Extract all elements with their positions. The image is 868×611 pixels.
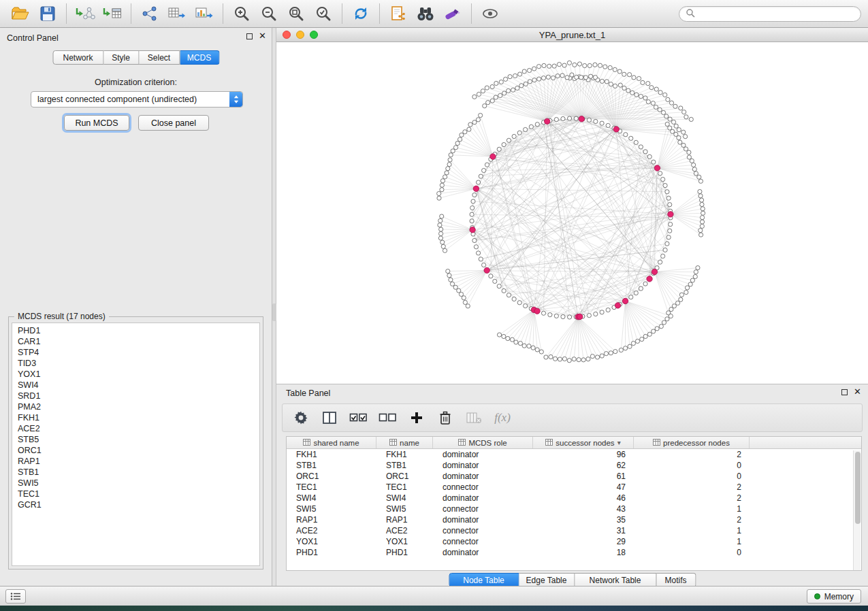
tab-edge-table[interactable]: Edge Table xyxy=(519,573,575,587)
search-binoculars-icon[interactable] xyxy=(412,3,439,24)
import-network-from-file-icon[interactable] xyxy=(71,3,99,24)
table-cell: SWI5 xyxy=(287,504,376,514)
show-hide-eye-icon[interactable] xyxy=(477,3,504,24)
mcds-result-item[interactable]: ACE2 xyxy=(12,423,259,434)
application-window: Control Panel ✕ NetworkStyleSelectMCDS O… xyxy=(0,0,868,606)
column-header-MCDS-role[interactable]: MCDS role xyxy=(433,437,533,448)
table-header-row: shared namenameMCDS rolesuccessor nodes▾… xyxy=(287,437,861,449)
column-header-shared-name[interactable]: shared name xyxy=(287,437,376,448)
table-row[interactable]: RAP1RAP1dominator352 xyxy=(287,514,861,525)
table-cell: PHD1 xyxy=(376,548,433,557)
table-row[interactable]: SWI5SWI5connector431 xyxy=(287,503,861,514)
node-table: shared namenameMCDS rolesuccessor nodes▾… xyxy=(286,436,862,571)
table-row[interactable]: ORC1ORC1dominator610 xyxy=(287,471,861,482)
column-header-predecessor-nodes[interactable]: predecessor nodes xyxy=(634,437,750,448)
table-scrollbar[interactable] xyxy=(853,450,861,570)
table-cell: RAP1 xyxy=(287,515,376,525)
maximize-window-icon[interactable] xyxy=(310,31,318,39)
tab-select[interactable]: Select xyxy=(139,50,180,65)
table-row[interactable]: STB1STB1dominator620 xyxy=(287,460,861,471)
table-row[interactable]: FKH1FKH1dominator962 xyxy=(287,449,861,460)
table-row[interactable]: SWI4SWI4dominator462 xyxy=(287,493,861,503)
select-all-icon[interactable] xyxy=(349,408,368,428)
float-table-panel-icon[interactable] xyxy=(841,389,848,395)
table-row[interactable]: TEC1TEC1connector472 xyxy=(287,482,861,493)
tab-style[interactable]: Style xyxy=(103,50,139,65)
close-panel-icon[interactable]: ✕ xyxy=(259,33,266,39)
share-document-icon[interactable] xyxy=(385,3,412,24)
tab-motifs[interactable]: Motifs xyxy=(656,573,696,587)
tab-node-table[interactable]: Node Table xyxy=(449,573,519,587)
table-cell: 2 xyxy=(634,482,750,492)
mcds-result-list[interactable]: PHD1CAR1STP4TID3YOX1SWI4SRD1PMA2FKH1ACE2… xyxy=(12,323,260,566)
network-window-titlebar: YPA_prune.txt_1 xyxy=(276,28,868,42)
settings-gear-icon[interactable] xyxy=(292,408,310,428)
add-row-icon[interactable] xyxy=(408,408,425,428)
mcds-result-item[interactable]: SWI4 xyxy=(12,380,259,391)
run-mcds-button[interactable]: Run MCDS xyxy=(64,115,129,131)
search-box[interactable] xyxy=(679,6,861,22)
optimization-criterion-label: Optimization criterion: xyxy=(0,78,272,87)
close-window-icon[interactable] xyxy=(283,31,291,39)
zoom-out-icon[interactable] xyxy=(255,3,283,24)
network-canvas[interactable] xyxy=(276,42,868,384)
mcds-result-item[interactable]: YOX1 xyxy=(12,369,259,380)
tab-network-table[interactable]: Network Table xyxy=(575,573,656,587)
function-builder-icon: f(x) xyxy=(494,408,511,428)
control-panel: Control Panel ✕ NetworkStyleSelectMCDS O… xyxy=(0,28,272,586)
mcds-result-item[interactable]: FKH1 xyxy=(12,412,259,423)
mcds-result-item[interactable]: SWI5 xyxy=(12,478,259,489)
show-columns-icon[interactable] xyxy=(321,408,338,428)
refresh-view-icon[interactable] xyxy=(347,3,374,24)
scrollbar-thumb[interactable] xyxy=(855,452,861,524)
status-menu-button[interactable] xyxy=(5,589,26,604)
table-cell: 1 xyxy=(634,504,750,514)
mcds-result-item[interactable]: GCR1 xyxy=(12,499,259,510)
close-table-panel-icon[interactable]: ✕ xyxy=(854,389,861,395)
annotation-marker-icon[interactable] xyxy=(439,3,466,24)
zoom-in-icon[interactable] xyxy=(228,3,255,24)
mcds-result-item[interactable]: STP4 xyxy=(12,347,259,358)
table-cell: 29 xyxy=(533,537,634,546)
table-row[interactable]: ACE2ACE2connector311 xyxy=(287,525,861,536)
import-table-from-file-icon[interactable] xyxy=(99,3,126,24)
table-row[interactable]: PHD1PHD1dominator180 xyxy=(287,547,861,558)
zoom-fit-icon[interactable] xyxy=(283,3,310,24)
open-file-icon[interactable] xyxy=(7,3,34,24)
export-image-icon[interactable] xyxy=(191,3,218,24)
export-table-icon[interactable] xyxy=(163,3,191,24)
tab-mcds[interactable]: MCDS xyxy=(180,50,219,65)
mcds-result-item[interactable]: STB5 xyxy=(12,434,259,445)
optimization-criterion-select[interactable]: largest connected component (undirected) xyxy=(31,91,243,108)
mcds-result-item[interactable]: RAP1 xyxy=(12,456,259,467)
table-cell: connector xyxy=(433,537,533,546)
mcds-result-item[interactable]: TEC1 xyxy=(12,489,259,499)
table-cell: connector xyxy=(433,482,533,492)
minimize-window-icon[interactable] xyxy=(296,31,304,39)
column-header-successor-nodes[interactable]: successor nodes▾ xyxy=(533,437,634,448)
zoom-selected-icon[interactable] xyxy=(310,3,337,24)
mcds-result-item[interactable]: PMA2 xyxy=(12,401,259,412)
mcds-result-item[interactable]: PHD1 xyxy=(12,325,259,336)
table-cell: SWI4 xyxy=(376,493,433,503)
mcds-result-item[interactable]: CAR1 xyxy=(12,336,259,347)
mcds-result-item[interactable]: TID3 xyxy=(12,358,259,369)
memory-button[interactable]: Memory xyxy=(807,589,861,604)
float-panel-icon[interactable] xyxy=(246,33,253,39)
table-cell: dominator xyxy=(433,548,533,557)
column-header-name[interactable]: name xyxy=(376,437,433,448)
mcds-result-item[interactable]: SRD1 xyxy=(12,391,259,401)
table-cell: 47 xyxy=(533,482,634,492)
table-cell: 2 xyxy=(634,450,750,459)
delete-row-icon[interactable] xyxy=(436,408,454,428)
mcds-result-item[interactable]: ORC1 xyxy=(12,445,259,456)
table-row[interactable]: YOX1YOX1connector291 xyxy=(287,536,861,547)
mcds-result-item[interactable]: STB1 xyxy=(12,467,259,478)
export-network-icon[interactable] xyxy=(136,3,163,24)
save-session-icon[interactable] xyxy=(34,3,61,24)
deselect-all-icon[interactable] xyxy=(379,408,397,428)
search-input[interactable] xyxy=(699,9,854,18)
close-panel-button[interactable]: Close panel xyxy=(138,115,209,131)
tab-network[interactable]: Network xyxy=(52,50,103,65)
table-cell: connector xyxy=(433,526,533,535)
